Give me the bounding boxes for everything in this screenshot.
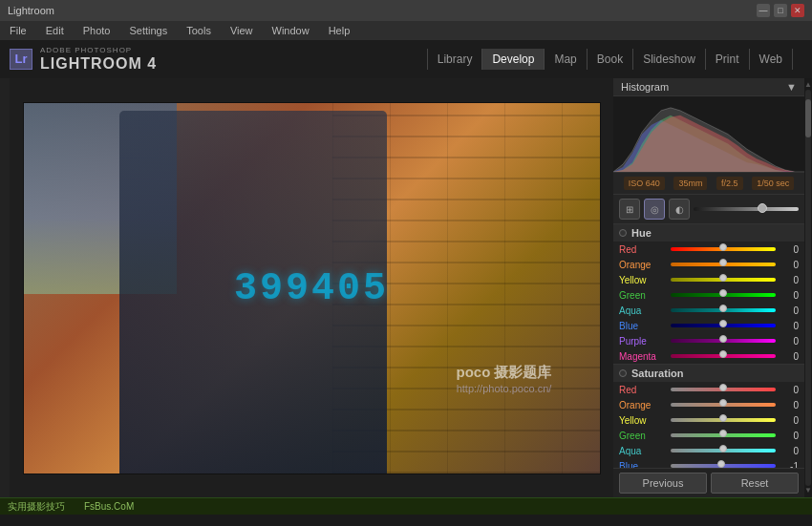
menu-item-settings[interactable]: Settings [125,25,171,36]
sat-orange-slider[interactable] [671,403,776,407]
nav-tab-develop[interactable]: Develop [482,49,545,70]
hue-magenta-row: Magenta 0 [613,348,804,364]
top-bar: Lr ADOBE PHOTOSHOP LIGHTROOM 4 LibraryDe… [0,40,812,78]
hue-orange-row: Orange 0 [613,257,804,272]
saturation-toggle-dot[interactable] [619,369,627,377]
hue-aqua-label: Aqua [619,305,667,316]
hue-red-thumb[interactable] [719,243,727,251]
sat-aqua-thumb[interactable] [719,445,727,452]
photo-frame: 399405 poco 摄影题库 http://photo.poco.cn/ [23,102,601,474]
hue-aqua-thumb[interactable] [719,305,727,312]
brush-tool-button[interactable]: ◐ [669,199,690,220]
hue-purple-thumb[interactable] [719,335,727,343]
hue-blue-slider[interactable] [671,324,776,327]
hue-purple-value: 0 [780,336,799,347]
hue-purple-slider[interactable] [671,339,776,343]
scroll-up-arrow[interactable]: ▲ [804,80,812,90]
logo-area: Lr ADOBE PHOTOSHOP LIGHTROOM 4 [10,47,182,72]
histogram-chart [613,96,804,172]
lr-title-label: LIGHTROOM 4 [40,55,157,73]
tool-slider[interactable] [694,207,799,211]
saturation-section: Saturation Red 0 Orange 0 Yellow [613,365,804,468]
hue-orange-thumb[interactable] [719,259,727,266]
hue-blue-thumb[interactable] [719,320,727,327]
histogram-area [613,96,804,173]
reset-button[interactable]: Reset [711,473,799,494]
sat-blue-row: Blue -1 [613,458,804,468]
sat-red-label: Red [619,385,667,395]
sat-red-thumb[interactable] [719,384,727,391]
left-panel [0,78,10,497]
menu-item-window[interactable]: Window [268,25,313,36]
scroll-down-arrow[interactable]: ▼ [804,486,812,495]
grid-tool-button[interactable]: ⊞ [619,199,640,220]
adobe-sub-label: ADOBE PHOTOSHOP [40,47,157,55]
menu-item-tools[interactable]: Tools [182,25,215,36]
circle-tool-button[interactable]: ◎ [644,199,665,220]
menu-item-file[interactable]: File [6,25,31,36]
sat-red-value: 0 [780,385,799,395]
tool-row: ⊞ ◎ ◐ [613,195,804,224]
hue-aqua-slider[interactable] [671,308,776,312]
hsl-section[interactable]: Hue Red 0 Orange 0 Yellow [613,224,804,468]
sat-blue-value: -1 [780,461,799,469]
hue-red-row: Red 0 [613,242,804,257]
hue-blue-value: 0 [780,321,799,331]
nav-tab-print[interactable]: Print [706,49,750,70]
sat-orange-label: Orange [619,400,667,410]
right-scrollbar[interactable]: ▲ ▼ [804,78,812,497]
sat-orange-thumb[interactable] [719,399,727,407]
nav-tab-library[interactable]: Library [427,49,483,70]
menu-item-help[interactable]: Help [325,25,354,36]
tool-slider-thumb[interactable] [758,203,767,213]
hue-yellow-slider[interactable] [671,278,776,282]
hue-magenta-slider[interactable] [671,354,776,358]
sat-aqua-slider[interactable] [671,449,776,452]
sat-yellow-slider[interactable] [671,418,776,422]
saturation-section-header[interactable]: Saturation [613,365,804,382]
hue-magenta-thumb[interactable] [719,350,727,358]
footer-label1: 实用摄影技巧 [8,500,65,514]
scroll-thumb[interactable] [805,99,811,137]
sat-red-slider[interactable] [671,388,776,391]
sat-aqua-label: Aqua [619,446,667,456]
hue-green-slider[interactable] [671,293,776,297]
hue-yellow-thumb[interactable] [719,274,727,282]
nav-tab-map[interactable]: Map [545,49,587,70]
hue-section-header[interactable]: Hue [613,224,804,242]
minimize-button[interactable]: — [757,4,770,17]
histogram-header[interactable]: Histogram ▼ [613,78,804,96]
sat-yellow-thumb[interactable] [719,414,727,422]
hue-toggle-dot[interactable] [619,229,627,237]
hue-green-thumb[interactable] [719,289,727,297]
close-button[interactable]: ✕ [791,4,804,17]
nav-tab-slideshow[interactable]: Slideshow [633,49,706,70]
hue-green-row: Green 0 [613,287,804,303]
sat-green-thumb[interactable] [719,430,727,437]
hue-section-title: Hue [631,227,799,239]
scroll-track[interactable] [805,90,811,486]
menu-item-photo[interactable]: Photo [79,25,115,36]
photo-background: 399405 poco 摄影题库 http://photo.poco.cn/ [24,103,600,473]
sat-orange-value: 0 [780,400,799,410]
logo-text: ADOBE PHOTOSHOP LIGHTROOM 4 [40,47,157,72]
sat-blue-slider[interactable] [671,464,776,468]
sat-aqua-value: 0 [780,446,799,456]
hue-red-slider[interactable] [671,247,776,251]
hue-orange-slider[interactable] [671,263,776,266]
nav-tabs: LibraryDevelopMapBookSlideshowPrintWeb [182,49,802,70]
nav-tab-book[interactable]: Book [588,49,633,70]
hue-yellow-row: Yellow 0 [613,272,804,287]
menu-item-edit[interactable]: Edit [42,25,68,36]
photo-container: 399405 poco 摄影题库 http://photo.poco.cn/ [10,78,613,497]
sat-green-slider[interactable] [671,433,776,437]
sat-blue-thumb[interactable] [717,460,725,468]
maximize-button[interactable]: □ [774,4,787,17]
poco-url: http://photo.poco.cn/ [457,382,552,396]
menu-item-view[interactable]: View [226,25,257,36]
histogram-dropdown-icon[interactable]: ▼ [786,81,797,93]
previous-button[interactable]: Previous [619,473,707,494]
nav-tab-web[interactable]: Web [750,49,793,70]
hue-magenta-label: Magenta [619,351,667,362]
sat-blue-label: Blue [619,461,667,469]
